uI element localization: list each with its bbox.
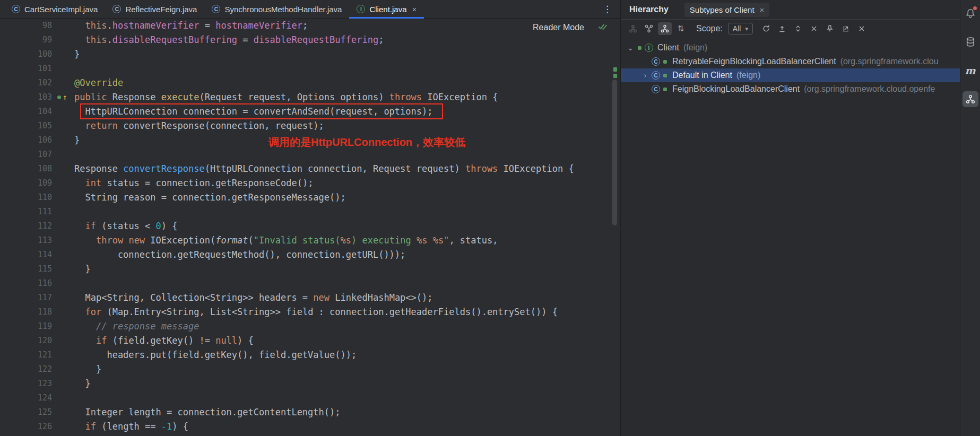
maven-icon[interactable]: m — [962, 63, 978, 79]
code-text[interactable]: for (Map.Entry<String, List<String>> fie… — [74, 305, 558, 319]
pin-icon[interactable] — [823, 22, 837, 35]
tree-row[interactable]: CRetryableFeignBlockingLoadBalancerClien… — [621, 55, 960, 68]
code-text[interactable]: Response convertResponse(HttpURLConnecti… — [74, 162, 574, 176]
code-text[interactable]: Map<String, Collection<String>> headers … — [74, 291, 433, 305]
tree-row[interactable]: ›CDefault in Client(feign) — [621, 68, 960, 82]
line-number[interactable]: 118 — [38, 305, 52, 319]
scope-dropdown[interactable]: All ▾ — [728, 23, 753, 34]
line-number[interactable]: 112 — [38, 219, 52, 233]
code-text[interactable]: return convertResponse(connection, reque… — [74, 119, 324, 133]
line-number[interactable]: 107 — [38, 147, 52, 162]
line-number[interactable]: 116 — [38, 276, 52, 291]
gutter: 118 — [0, 305, 74, 319]
line-number[interactable]: 108 — [38, 162, 52, 176]
code-text[interactable]: connection.getRequestMethod(), connectio… — [74, 248, 405, 262]
code-text[interactable]: } — [74, 362, 101, 377]
line-number[interactable]: 102 — [38, 76, 52, 90]
scrollbar-thumb[interactable] — [612, 80, 617, 225]
line-number[interactable]: 115 — [38, 262, 52, 276]
code-text[interactable]: String reason = connection.getResponseMe… — [74, 190, 346, 205]
line-number[interactable]: 100 — [38, 47, 52, 62]
tree-row[interactable]: CFeignBlockingLoadBalancerClient(org.spr… — [621, 82, 960, 96]
code-text[interactable]: throw new IOException(format("Invalid st… — [74, 233, 498, 248]
code-line-row: 98 this.hostnameVerifier = hostnameVerif… — [0, 19, 620, 33]
line-number[interactable]: 119 — [38, 319, 52, 334]
editor-tab[interactable]: IClient.java× — [349, 0, 424, 18]
scope-value: All — [733, 24, 741, 33]
cancel-icon[interactable] — [807, 22, 821, 35]
open-in-new-window-icon[interactable] — [839, 22, 853, 35]
code-token: ( — [248, 235, 254, 246]
code-text[interactable]: if (field.getKey() != null) { — [74, 334, 254, 348]
code-text[interactable]: public Response execute(Request request,… — [74, 90, 498, 104]
code-line-row: 121 headers.put(field.getKey(), field.ge… — [0, 348, 620, 362]
hierarchy-tab-subtypes[interactable]: Subtypes of Client × — [684, 3, 770, 17]
supertypes-hierarchy-icon[interactable] — [642, 22, 656, 35]
line-number[interactable]: 111 — [38, 205, 52, 219]
line-number[interactable]: 103 — [38, 90, 52, 104]
editor-tab[interactable]: CReflectiveFeign.java — [105, 0, 204, 18]
more-options-icon[interactable]: ⋮ — [594, 0, 620, 18]
reader-mode-button[interactable]: Reader Mode — [533, 23, 584, 32]
visibility-dot — [638, 46, 641, 50]
code-text[interactable]: } — [74, 47, 80, 62]
line-number[interactable]: 126 — [38, 420, 52, 434]
line-number[interactable]: 101 — [38, 62, 52, 76]
line-number[interactable]: 113 — [38, 233, 52, 248]
line-number[interactable]: 125 — [38, 405, 52, 420]
sort-alphabetically-icon[interactable]: ⇅ — [674, 22, 688, 35]
line-number[interactable]: 109 — [38, 176, 52, 190]
tab-close-icon[interactable]: × — [412, 5, 417, 14]
hierarchy-toolwindow-icon[interactable] — [962, 91, 978, 107]
reader-mode-widget: Reader Mode — [533, 22, 608, 33]
editor-tab[interactable]: CSynchronousMethodHandler.java — [204, 0, 349, 18]
line-number[interactable]: 122 — [38, 362, 52, 377]
code-text[interactable]: this.disableRequestBuffering = disableRe… — [74, 33, 384, 47]
line-number[interactable]: 106 — [38, 133, 52, 147]
line-number[interactable]: 98 — [42, 19, 52, 33]
chevron-right-icon[interactable]: › — [640, 71, 651, 80]
code-text[interactable]: @Override — [74, 76, 123, 90]
chevron-down-icon[interactable]: ⌄ — [625, 43, 636, 52]
code-text[interactable]: } — [74, 262, 91, 276]
class-hierarchy-icon[interactable] — [626, 22, 640, 35]
line-number[interactable]: 121 — [38, 348, 52, 362]
tab-label: SynchronousMethodHandler.java — [224, 5, 342, 14]
database-icon[interactable] — [962, 34, 978, 50]
code-text[interactable]: } — [74, 133, 80, 147]
overriding-method-icon[interactable]: ↑ — [57, 90, 67, 104]
notifications-icon[interactable] — [962, 5, 978, 21]
tree-node-name: Default in Client — [672, 71, 732, 80]
tree-row[interactable]: ⌄IClient(feign) — [621, 41, 960, 55]
code-text[interactable]: int status = connection.getResponseCode(… — [74, 176, 313, 190]
expand-collapse-icon[interactable] — [791, 22, 805, 35]
editor-tab[interactable]: CCartServiceImpl.java — [4, 0, 105, 18]
line-number[interactable]: 124 — [38, 391, 52, 405]
export-icon[interactable] — [775, 22, 789, 35]
line-number[interactable]: 99 — [42, 33, 52, 47]
code-text[interactable]: if (length == -1) { — [74, 420, 188, 434]
inspections-ok-icon[interactable] — [598, 22, 608, 33]
line-number[interactable]: 105 — [38, 119, 52, 133]
subtypes-hierarchy-icon[interactable] — [658, 22, 672, 35]
line-number[interactable]: 110 — [38, 190, 52, 205]
notification-badge — [973, 6, 977, 10]
code-text[interactable]: // response message — [74, 319, 199, 334]
close-panel-icon[interactable] — [855, 22, 869, 35]
line-number[interactable]: 114 — [38, 248, 52, 262]
line-number[interactable]: 123 — [38, 377, 52, 391]
code-text[interactable]: Integer length = connection.getContentLe… — [74, 405, 341, 420]
code-text[interactable]: headers.put(field.getKey(), field.getVal… — [74, 348, 357, 362]
refresh-icon[interactable] — [759, 22, 773, 35]
gutter: 107 — [0, 147, 74, 162]
code-text[interactable]: if (status < 0) { — [74, 219, 178, 233]
line-number[interactable]: 117 — [38, 291, 52, 305]
code-line-row: 115 } — [0, 262, 620, 276]
code-token: IOException { — [498, 163, 574, 174]
code-text[interactable]: this.hostnameVerifier = hostnameVerifier… — [74, 19, 308, 33]
hierarchy-toolbar: ⇅ Scope: All ▾ — [621, 20, 960, 38]
line-number[interactable]: 104 — [38, 104, 52, 119]
code-text[interactable]: } — [74, 377, 91, 391]
close-icon[interactable]: × — [760, 5, 765, 14]
line-number[interactable]: 120 — [38, 334, 52, 348]
